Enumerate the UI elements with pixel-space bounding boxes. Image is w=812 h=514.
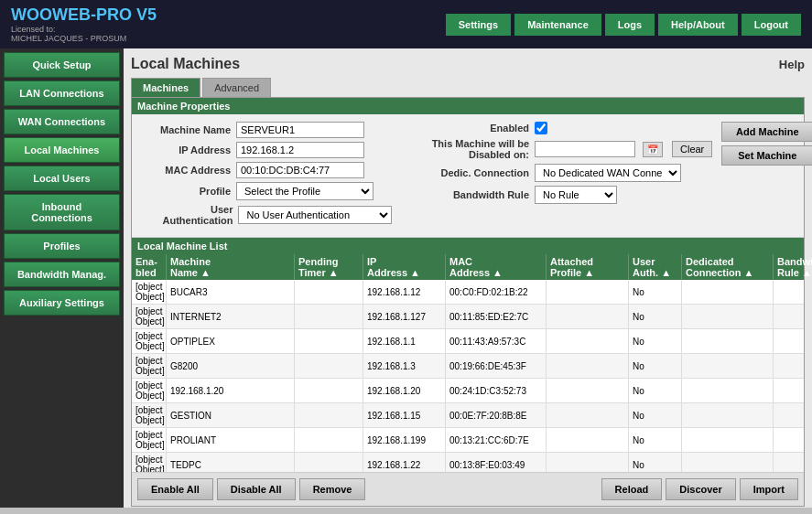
row-cell-4: 00:19:66:DE:45:3F [446, 354, 547, 378]
enabled-checkbox[interactable] [535, 122, 547, 134]
row-cell-4: 00:11:43:A9:57:3C [446, 329, 547, 353]
row-cell-2 [295, 280, 363, 304]
col-dedicated-connection[interactable]: DedicatedConnection ▲ [682, 254, 774, 280]
local-machine-list-header: Local Machine List [132, 238, 804, 254]
profile-label: Profile [139, 186, 231, 197]
table-row[interactable]: [object Object]GESTION192.168.1.1500:0E:… [132, 403, 804, 428]
row-cell-4: 00:13:21:CC:6D:7E [446, 428, 547, 452]
table-row[interactable]: [object Object]G8200192.168.1.300:19:66:… [132, 354, 804, 379]
sidebar-item-local-users[interactable]: Local Users [4, 166, 120, 191]
sidebar-item-bandwidth-manag[interactable]: Bandwidth Manag. [4, 262, 120, 287]
row-cell-8 [774, 453, 804, 472]
table-row[interactable]: [object Object]192.168.1.20192.168.1.200… [132, 379, 804, 403]
main-section: Machine Properties Machine Name IP Addre… [131, 97, 805, 507]
row-cell-3: 192.168.1.22 [363, 453, 446, 472]
sidebar-item-profiles[interactable]: Profiles [4, 233, 120, 259]
calendar-button[interactable]: 📅 [643, 142, 663, 157]
logs-button[interactable]: Logs [605, 14, 655, 36]
bandwidth-rule-select[interactable]: No Rule [535, 186, 617, 204]
col-ip-address[interactable]: IPAddress ▲ [363, 254, 446, 280]
disabled-on-input[interactable] [535, 141, 635, 157]
set-machine-button[interactable]: Set Machine [721, 145, 812, 166]
row-cell-7 [682, 329, 774, 353]
row-cell-5 [547, 428, 629, 452]
settings-button[interactable]: Settings [446, 14, 511, 36]
machine-properties-header: Machine Properties [132, 98, 804, 114]
row-cell-1: OPTIPLEX [167, 329, 295, 353]
action-buttons: Add Machine Set Machine [721, 122, 812, 230]
profile-select[interactable]: Select the Profile [236, 182, 374, 200]
table-body[interactable]: [object Object]BUCAR3192.168.1.1200:C0:F… [132, 280, 804, 472]
row-cell-5 [547, 329, 629, 353]
col-mac-address[interactable]: MACAddress ▲ [446, 254, 547, 280]
sidebar-item-lan-connections[interactable]: LAN Connections [4, 80, 120, 106]
row-cell-3: 192.168.1.15 [363, 403, 446, 427]
table-row[interactable]: [object Object]BUCAR3192.168.1.1200:C0:F… [132, 280, 804, 305]
row-cell-2 [295, 329, 363, 353]
app-title: WOOWEB-PRO V5 [11, 5, 157, 25]
row-cell-2 [295, 354, 363, 378]
col-user-auth[interactable]: UserAuth. ▲ [629, 254, 682, 280]
mac-address-input[interactable] [236, 162, 364, 178]
add-machine-button[interactable]: Add Machine [721, 122, 812, 142]
dedic-connection-label: Dedic. Connection [410, 167, 529, 178]
col-machine-name[interactable]: MachineName ▲ [167, 254, 295, 280]
row-cell-3: 192.168.1.127 [363, 305, 446, 328]
table-row[interactable]: [object Object]INTERNET2192.168.1.12700:… [132, 305, 804, 329]
table-column-headers: Ena-bled MachineName ▲ PendingTimer ▲ IP… [132, 254, 804, 280]
sidebar-item-inbound-connections[interactable]: Inbound Connections [4, 194, 120, 230]
row-cell-6: No [629, 354, 682, 378]
row-enabled-checkbox[interactable]: [object Object] [132, 354, 167, 378]
enable-all-button[interactable]: Enable All [137, 478, 213, 500]
reload-button[interactable]: Reload [601, 478, 663, 500]
row-enabled-checkbox[interactable]: [object Object] [132, 280, 167, 304]
help-link[interactable]: Help [779, 58, 805, 71]
row-cell-1: 192.168.1.20 [167, 379, 295, 402]
sidebar-item-local-machines[interactable]: Local Machines [4, 137, 120, 163]
disable-all-button[interactable]: Disable All [217, 478, 296, 500]
row-cell-7 [682, 354, 774, 378]
tab-machines[interactable]: Machines [131, 78, 200, 97]
ip-address-input[interactable] [236, 142, 364, 158]
row-cell-5 [547, 403, 629, 427]
row-cell-8 [774, 329, 804, 353]
sidebar-item-quick-setup[interactable]: Quick Setup [4, 52, 120, 78]
row-enabled-checkbox[interactable]: [object Object] [132, 428, 167, 452]
table-row[interactable]: [object Object]OPTIPLEX192.168.1.100:11:… [132, 329, 804, 354]
row-enabled-checkbox[interactable]: [object Object] [132, 453, 167, 472]
row-cell-8 [774, 428, 804, 452]
row-cell-5 [547, 453, 629, 472]
user-auth-select[interactable]: No User Authentication [238, 206, 392, 224]
import-button[interactable]: Import [740, 478, 798, 500]
bottom-right-buttons: Reload Discover Import [601, 478, 798, 500]
maintenance-button[interactable]: Maintenance [514, 14, 601, 36]
row-cell-6: No [629, 453, 682, 472]
tabs: Machines Advanced [131, 78, 805, 97]
row-enabled-checkbox[interactable]: [object Object] [132, 329, 167, 353]
tab-advanced[interactable]: Advanced [202, 78, 271, 97]
clear-button[interactable]: Clear [672, 141, 712, 157]
table-row[interactable]: [object Object]TEDPC192.168.1.2200:13:8F… [132, 453, 804, 472]
row-enabled-checkbox[interactable]: [object Object] [132, 305, 167, 328]
help-about-button[interactable]: Help/About [658, 14, 738, 36]
row-cell-6: No [629, 379, 682, 402]
logout-button[interactable]: Logout [742, 14, 801, 36]
sidebar-item-auxiliary-settings[interactable]: Auxiliary Settings [4, 290, 120, 316]
row-cell-7 [682, 428, 774, 452]
row-enabled-checkbox[interactable]: [object Object] [132, 379, 167, 402]
row-cell-8 [774, 403, 804, 427]
row-cell-1: BUCAR3 [167, 280, 295, 304]
table-row[interactable]: [object Object]PROLIANT192.168.1.19900:1… [132, 428, 804, 453]
row-enabled-checkbox[interactable]: [object Object] [132, 403, 167, 427]
machine-name-input[interactable] [236, 122, 364, 138]
col-bandwidth-rule[interactable]: BandwidthRule ▲ [774, 254, 812, 280]
row-cell-1: INTERNET2 [167, 305, 295, 328]
remove-button[interactable]: Remove [299, 478, 366, 500]
col-pending-timer[interactable]: PendingTimer ▲ [295, 254, 363, 280]
page-header: Local Machines Help [131, 56, 805, 72]
dedic-connection-select[interactable]: No Dedicated WAN Connection [535, 164, 681, 182]
sidebar-item-wan-connections[interactable]: WAN Connections [4, 109, 120, 134]
discover-button[interactable]: Discover [666, 478, 735, 500]
col-attached-profile[interactable]: AttachedProfile ▲ [547, 254, 629, 280]
enabled-label: Enabled [410, 123, 529, 134]
